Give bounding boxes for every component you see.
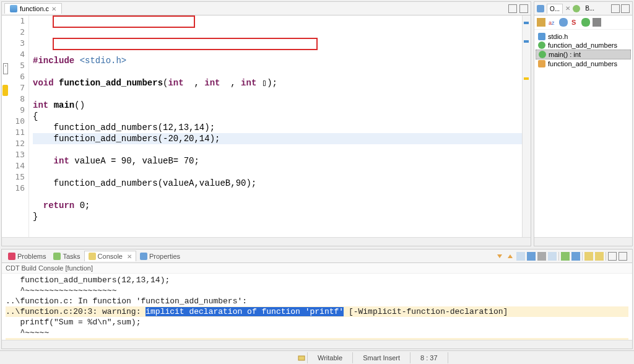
minimize-icon[interactable]: [611, 4, 620, 13]
status-bar: Writable Smart Insert 8 : 37: [0, 350, 634, 364]
hide-static-icon[interactable]: S: [570, 18, 579, 27]
status-insert-mode: Smart Insert: [354, 354, 409, 362]
console-line: function_add_numbers(12,13,14);: [6, 275, 628, 285]
console-body[interactable]: function_add_numbers(12,13,14); ^~~~~~~~…: [2, 274, 632, 340]
code-line[interactable]: [33, 66, 522, 77]
maximize-icon[interactable]: [519, 4, 528, 13]
save-icon[interactable]: [527, 252, 536, 261]
console-line: ..\function.c:20:3: warning: implicit de…: [6, 306, 628, 317]
code-line[interactable]: {: [33, 111, 522, 122]
console-line: ..\function.c: In function 'function_add…: [6, 296, 628, 306]
horizontal-scrollbar[interactable]: [534, 237, 632, 246]
outline-item-icon: [538, 33, 545, 40]
editor-tab-label: function.c: [20, 5, 49, 12]
arrow-down-icon[interactable]: [495, 252, 504, 261]
console-header: CDT Build Console [function]: [2, 263, 632, 274]
outline-tabbar: O... ✕ B...: [534, 2, 632, 15]
pin-icon[interactable]: [561, 252, 570, 261]
outline-item[interactable]: main() : int: [536, 50, 631, 59]
outline-tree[interactable]: stdio.hfunction_add_numbersmain() : intf…: [534, 30, 632, 237]
new-console-icon[interactable]: [584, 252, 593, 261]
svg-text:z: z: [552, 20, 555, 26]
separator: [582, 252, 583, 261]
tab-problems[interactable]: Problems: [4, 251, 50, 261]
svg-rect-3: [298, 356, 305, 360]
code-line[interactable]: int valueA = 90, valueB= 70;: [33, 155, 522, 167]
console-line: ^~~~~~: [6, 327, 628, 338]
outline-icon: [537, 5, 544, 12]
code-line[interactable]: [33, 89, 522, 100]
code-line[interactable]: [33, 189, 522, 200]
annotation-box-prototype: [53, 38, 318, 50]
code-line[interactable]: return 0;: [33, 200, 522, 211]
copy-icon[interactable]: [516, 252, 525, 261]
status-writable: Writable: [309, 354, 351, 362]
svg-text:S: S: [571, 19, 576, 26]
horizontal-scrollbar[interactable]: [2, 340, 632, 349]
c-file-icon: [10, 5, 17, 12]
outline-item-label: main() : int: [549, 51, 581, 58]
hide-fields-icon[interactable]: [559, 18, 568, 27]
status-cursor: 8 : 37: [412, 354, 446, 362]
outline-item-label: function_add_numbers: [548, 41, 617, 49]
filter-green-icon[interactable]: [581, 18, 590, 27]
tab-properties[interactable]: Properties: [136, 251, 184, 261]
outline-item-icon: [539, 51, 546, 58]
code-line[interactable]: function_add_numbers(valueA,valueB,90);: [33, 178, 522, 189]
outline-item-icon: [538, 41, 545, 49]
outline-item[interactable]: function_add_numbers: [536, 41, 631, 50]
annotation-box-include: [53, 15, 195, 28]
console-line: printf("Sum = %d\n",sum);: [6, 317, 628, 327]
line-gutter: 12345678910111213141516: [9, 15, 29, 237]
code-line[interactable]: }: [33, 211, 522, 222]
minimize-icon[interactable]: [608, 252, 617, 261]
clear-icon[interactable]: [537, 252, 546, 261]
close-icon[interactable]: ✕: [51, 6, 56, 12]
scroll-lock-icon[interactable]: [548, 252, 557, 261]
editor-tab-function-c[interactable]: function.c ✕: [4, 3, 62, 14]
outline-item-label: function_add_numbers: [548, 60, 617, 67]
outline-item-label: stdio.h: [548, 33, 568, 40]
code-line[interactable]: [33, 167, 522, 178]
outline-item[interactable]: function_add_numbers: [536, 59, 631, 68]
bottom-tabbar: Problems Tasks Console✕ Properties: [2, 249, 632, 263]
tab-outline[interactable]: O...: [547, 4, 563, 14]
bottom-panel: Problems Tasks Console✕ Properties CDT B…: [1, 249, 633, 349]
close-icon[interactable]: ✕: [565, 5, 570, 12]
editor-pane: function.c ✕ - 12345678910111213141516 #…: [1, 1, 531, 246]
status-icon: [297, 353, 306, 362]
maximize-icon[interactable]: [621, 4, 630, 13]
code-area[interactable]: #include <stdio.h>void function_add_numb…: [29, 15, 522, 237]
tab-console[interactable]: Console✕: [84, 251, 136, 261]
horizontal-scrollbar[interactable]: [2, 237, 531, 246]
open-console-icon[interactable]: [595, 252, 604, 261]
code-line[interactable]: int main(): [33, 100, 522, 111]
overview-ruler[interactable]: [522, 15, 531, 237]
outline-toolbar: az S: [534, 15, 632, 30]
console-line: ^~~~~~~~~~~~~~~~~~~~: [6, 285, 628, 296]
code-line[interactable]: [33, 222, 522, 233]
outline-pane: O... ✕ B... az S stdio.hfunction_add_num…: [534, 1, 633, 246]
editor-body[interactable]: - 12345678910111213141516 #include <stdi…: [2, 15, 531, 237]
arrow-up-icon[interactable]: [506, 252, 515, 261]
close-icon[interactable]: ✕: [127, 253, 132, 260]
code-line[interactable]: #include <stdio.h>: [33, 55, 522, 66]
tab-tasks[interactable]: Tasks: [50, 251, 84, 261]
outline-item-icon: [538, 60, 545, 67]
tab-build[interactable]: B...: [583, 4, 597, 13]
code-line[interactable]: function_add_numbers(-20,20,14);: [33, 133, 522, 144]
build-icon: [573, 5, 580, 12]
code-line[interactable]: [33, 144, 522, 155]
sort-icon[interactable]: az: [548, 18, 557, 27]
link-icon[interactable]: [593, 18, 601, 27]
code-line[interactable]: void function_add_numbers(int , int , in…: [33, 77, 522, 89]
separator: [558, 252, 559, 261]
editor-tabbar: function.c ✕: [2, 2, 531, 15]
maximize-icon[interactable]: [619, 252, 627, 261]
separator: [606, 252, 606, 261]
outline-item[interactable]: stdio.h: [536, 32, 631, 41]
collapse-icon[interactable]: [537, 18, 545, 27]
code-line[interactable]: function_add_numbers(12,13,14);: [33, 122, 522, 133]
minimize-icon[interactable]: [508, 4, 517, 13]
display-icon[interactable]: [571, 252, 580, 261]
